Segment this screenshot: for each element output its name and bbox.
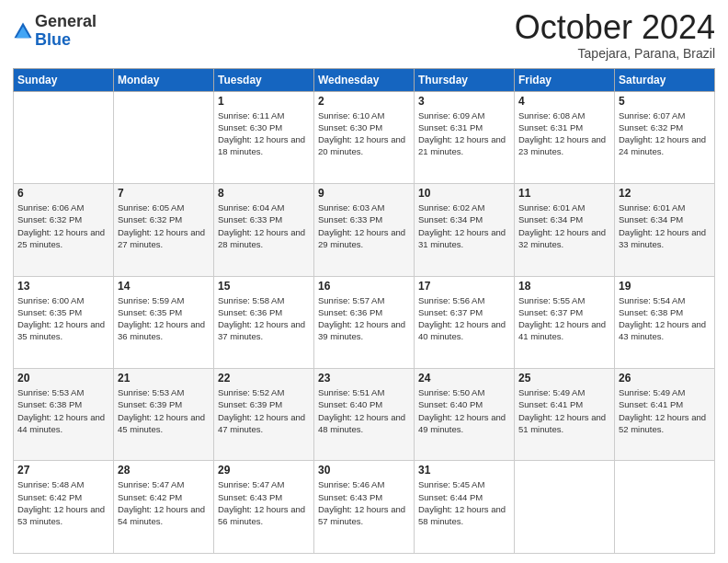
- calendar-cell: 4Sunrise: 6:08 AM Sunset: 6:31 PM Daylig…: [515, 91, 615, 183]
- calendar-cell: 10Sunrise: 6:02 AM Sunset: 6:34 PM Dayli…: [415, 184, 515, 276]
- day-info: Sunrise: 5:51 AM Sunset: 6:40 PM Dayligh…: [318, 386, 410, 435]
- day-number: 29: [218, 464, 310, 477]
- day-info: Sunrise: 6:04 AM Sunset: 6:33 PM Dayligh…: [218, 201, 310, 250]
- day-number: 19: [619, 280, 711, 293]
- calendar-cell: 7Sunrise: 6:05 AM Sunset: 6:32 PM Daylig…: [114, 184, 214, 276]
- day-info: Sunrise: 6:01 AM Sunset: 6:34 PM Dayligh…: [619, 201, 711, 250]
- day-info: Sunrise: 5:54 AM Sunset: 6:38 PM Dayligh…: [619, 294, 711, 343]
- calendar-cell: 11Sunrise: 6:01 AM Sunset: 6:34 PM Dayli…: [515, 184, 615, 276]
- logo: General Blue: [13, 13, 97, 50]
- day-number: 15: [218, 280, 310, 293]
- day-info: Sunrise: 6:09 AM Sunset: 6:31 PM Dayligh…: [418, 109, 510, 158]
- logo-blue-text: Blue: [35, 31, 97, 50]
- page-header: General Blue October 2024 Tapejara, Para…: [13, 9, 715, 61]
- calendar-cell: [615, 461, 715, 554]
- day-info: Sunrise: 5:47 AM Sunset: 6:42 PM Dayligh…: [118, 478, 210, 527]
- day-info: Sunrise: 5:55 AM Sunset: 6:37 PM Dayligh…: [518, 294, 610, 343]
- day-info: Sunrise: 5:45 AM Sunset: 6:44 PM Dayligh…: [418, 478, 510, 527]
- calendar-cell: 25Sunrise: 5:49 AM Sunset: 6:41 PM Dayli…: [515, 369, 615, 461]
- day-info: Sunrise: 5:46 AM Sunset: 6:43 PM Dayligh…: [318, 478, 410, 527]
- day-number: 11: [518, 187, 610, 200]
- calendar-cell: 9Sunrise: 6:03 AM Sunset: 6:33 PM Daylig…: [314, 184, 415, 276]
- day-info: Sunrise: 6:01 AM Sunset: 6:34 PM Dayligh…: [518, 201, 610, 250]
- day-info: Sunrise: 6:10 AM Sunset: 6:30 PM Dayligh…: [318, 109, 410, 158]
- day-number: 24: [418, 372, 510, 385]
- day-number: 27: [17, 464, 109, 477]
- day-of-week-header: Sunday: [14, 68, 114, 91]
- day-info: Sunrise: 5:57 AM Sunset: 6:36 PM Dayligh…: [318, 294, 410, 343]
- calendar-cell: 19Sunrise: 5:54 AM Sunset: 6:38 PM Dayli…: [615, 276, 715, 368]
- day-info: Sunrise: 6:06 AM Sunset: 6:32 PM Dayligh…: [17, 201, 109, 250]
- calendar-cell: 29Sunrise: 5:47 AM Sunset: 6:43 PM Dayli…: [214, 461, 314, 554]
- calendar-cell: [14, 91, 114, 183]
- calendar-cell: [515, 461, 615, 554]
- month-title: October 2024: [515, 9, 715, 46]
- day-number: 8: [218, 187, 310, 200]
- day-of-week-header: Monday: [114, 68, 214, 91]
- calendar-cell: 3Sunrise: 6:09 AM Sunset: 6:31 PM Daylig…: [415, 91, 515, 183]
- day-info: Sunrise: 6:00 AM Sunset: 6:35 PM Dayligh…: [17, 294, 109, 343]
- day-info: Sunrise: 6:07 AM Sunset: 6:32 PM Dayligh…: [619, 109, 711, 158]
- day-info: Sunrise: 5:53 AM Sunset: 6:38 PM Dayligh…: [17, 386, 109, 435]
- day-of-week-header: Saturday: [615, 68, 715, 91]
- calendar-cell: 26Sunrise: 5:49 AM Sunset: 6:41 PM Dayli…: [615, 369, 715, 461]
- day-number: 26: [619, 372, 711, 385]
- day-info: Sunrise: 6:11 AM Sunset: 6:30 PM Dayligh…: [218, 109, 310, 158]
- calendar-cell: 17Sunrise: 5:56 AM Sunset: 6:37 PM Dayli…: [415, 276, 515, 368]
- day-info: Sunrise: 5:56 AM Sunset: 6:37 PM Dayligh…: [418, 294, 510, 343]
- calendar-cell: 1Sunrise: 6:11 AM Sunset: 6:30 PM Daylig…: [214, 91, 314, 183]
- day-info: Sunrise: 5:52 AM Sunset: 6:39 PM Dayligh…: [218, 386, 310, 435]
- day-number: 10: [418, 187, 510, 200]
- calendar-table: SundayMondayTuesdayWednesdayThursdayFrid…: [13, 68, 715, 554]
- title-block: October 2024 Tapejara, Parana, Brazil: [515, 9, 715, 61]
- day-number: 13: [17, 280, 109, 293]
- day-number: 6: [17, 187, 109, 200]
- day-info: Sunrise: 5:49 AM Sunset: 6:41 PM Dayligh…: [619, 386, 711, 435]
- day-number: 14: [118, 280, 210, 293]
- calendar-cell: 24Sunrise: 5:50 AM Sunset: 6:40 PM Dayli…: [415, 369, 515, 461]
- day-of-week-header: Friday: [515, 68, 615, 91]
- calendar-cell: 30Sunrise: 5:46 AM Sunset: 6:43 PM Dayli…: [314, 461, 415, 554]
- day-number: 25: [518, 372, 610, 385]
- calendar-cell: 22Sunrise: 5:52 AM Sunset: 6:39 PM Dayli…: [214, 369, 314, 461]
- day-number: 4: [518, 95, 610, 108]
- day-number: 16: [318, 280, 410, 293]
- calendar-cell: [114, 91, 214, 183]
- calendar-cell: 14Sunrise: 5:59 AM Sunset: 6:35 PM Dayli…: [114, 276, 214, 368]
- calendar-cell: 21Sunrise: 5:53 AM Sunset: 6:39 PM Dayli…: [114, 369, 214, 461]
- calendar-cell: 28Sunrise: 5:47 AM Sunset: 6:42 PM Dayli…: [114, 461, 214, 554]
- day-number: 21: [118, 372, 210, 385]
- day-of-week-header: Wednesday: [314, 68, 415, 91]
- calendar-cell: 18Sunrise: 5:55 AM Sunset: 6:37 PM Dayli…: [515, 276, 615, 368]
- day-info: Sunrise: 6:03 AM Sunset: 6:33 PM Dayligh…: [318, 201, 410, 250]
- day-info: Sunrise: 5:49 AM Sunset: 6:41 PM Dayligh…: [518, 386, 610, 435]
- calendar-cell: 12Sunrise: 6:01 AM Sunset: 6:34 PM Dayli…: [615, 184, 715, 276]
- day-number: 9: [318, 187, 410, 200]
- day-number: 3: [418, 95, 510, 108]
- day-info: Sunrise: 6:08 AM Sunset: 6:31 PM Dayligh…: [518, 109, 610, 158]
- calendar-cell: 31Sunrise: 5:45 AM Sunset: 6:44 PM Dayli…: [415, 461, 515, 554]
- day-info: Sunrise: 5:58 AM Sunset: 6:36 PM Dayligh…: [218, 294, 310, 343]
- day-number: 18: [518, 280, 610, 293]
- day-info: Sunrise: 5:50 AM Sunset: 6:40 PM Dayligh…: [418, 386, 510, 435]
- calendar-cell: 16Sunrise: 5:57 AM Sunset: 6:36 PM Dayli…: [314, 276, 415, 368]
- day-number: 2: [318, 95, 410, 108]
- calendar-cell: 23Sunrise: 5:51 AM Sunset: 6:40 PM Dayli…: [314, 369, 415, 461]
- day-number: 31: [418, 464, 510, 477]
- day-number: 22: [218, 372, 310, 385]
- calendar-cell: 2Sunrise: 6:10 AM Sunset: 6:30 PM Daylig…: [314, 91, 415, 183]
- day-info: Sunrise: 5:59 AM Sunset: 6:35 PM Dayligh…: [118, 294, 210, 343]
- day-number: 20: [17, 372, 109, 385]
- day-number: 7: [118, 187, 210, 200]
- logo-general-text: General: [35, 13, 97, 31]
- day-info: Sunrise: 5:48 AM Sunset: 6:42 PM Dayligh…: [17, 478, 109, 527]
- day-info: Sunrise: 6:02 AM Sunset: 6:34 PM Dayligh…: [418, 201, 510, 250]
- day-number: 23: [318, 372, 410, 385]
- calendar-cell: 20Sunrise: 5:53 AM Sunset: 6:38 PM Dayli…: [14, 369, 114, 461]
- day-of-week-header: Tuesday: [214, 68, 314, 91]
- location-subtitle: Tapejara, Parana, Brazil: [515, 46, 715, 61]
- day-number: 5: [619, 95, 711, 108]
- day-info: Sunrise: 5:53 AM Sunset: 6:39 PM Dayligh…: [118, 386, 210, 435]
- calendar-cell: 27Sunrise: 5:48 AM Sunset: 6:42 PM Dayli…: [14, 461, 114, 554]
- day-number: 17: [418, 280, 510, 293]
